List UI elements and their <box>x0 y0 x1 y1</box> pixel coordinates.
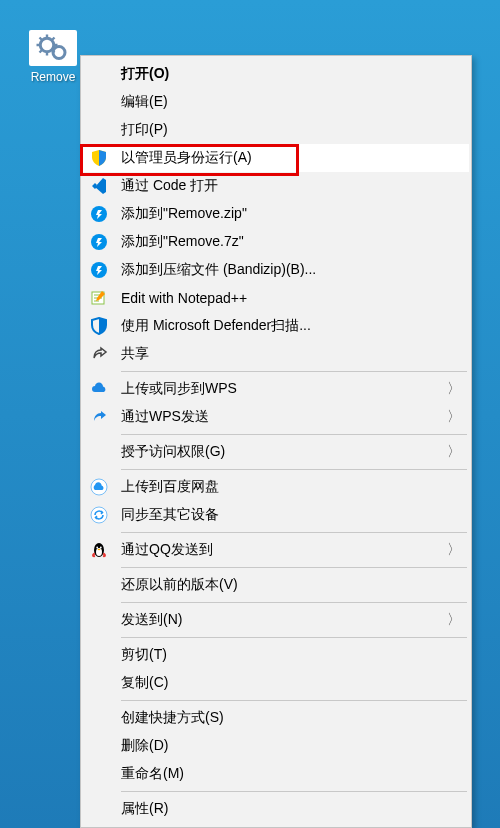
menu-wps-send[interactable]: 通过WPS发送 〉 <box>83 403 469 431</box>
svg-point-10 <box>96 547 98 549</box>
blank-icon <box>89 64 109 84</box>
separator <box>121 791 467 792</box>
blank-icon <box>89 645 109 665</box>
chevron-right-icon: 〉 <box>447 443 461 461</box>
separator <box>121 602 467 603</box>
chevron-right-icon: 〉 <box>447 611 461 629</box>
menu-wps-upload[interactable]: 上传或同步到WPS 〉 <box>83 375 469 403</box>
blank-icon <box>89 736 109 756</box>
menu-qq-send[interactable]: 通过QQ发送到 〉 <box>83 536 469 564</box>
blank-icon <box>89 610 109 630</box>
menu-edit-notepadpp[interactable]: Edit with Notepad++ <box>83 284 469 312</box>
menu-grant-access[interactable]: 授予访问权限(G) 〉 <box>83 438 469 466</box>
blank-icon <box>89 708 109 728</box>
baidu-cloud-icon <box>89 477 109 497</box>
menu-share[interactable]: 共享 <box>83 340 469 368</box>
vscode-icon <box>89 176 109 196</box>
gear-icon <box>29 30 77 66</box>
menu-restore-versions[interactable]: 还原以前的版本(V) <box>83 571 469 599</box>
desktop-file-icon[interactable]: Remove <box>25 30 81 84</box>
qq-penguin-icon <box>89 540 109 560</box>
menu-send-to[interactable]: 发送到(N) 〉 <box>83 606 469 634</box>
separator <box>121 434 467 435</box>
menu-open-with-code[interactable]: 通过 Code 打开 <box>83 172 469 200</box>
separator <box>121 567 467 568</box>
separator <box>121 637 467 638</box>
menu-create-shortcut[interactable]: 创建快捷方式(S) <box>83 704 469 732</box>
share-icon <box>89 344 109 364</box>
menu-add-to-zip[interactable]: 添加到"Remove.zip" <box>83 200 469 228</box>
menu-rename[interactable]: 重命名(M) <box>83 760 469 788</box>
svg-point-7 <box>91 507 107 523</box>
bandizip-icon <box>89 260 109 280</box>
wps-cloud-icon <box>89 379 109 399</box>
menu-properties[interactable]: 属性(R) <box>83 795 469 823</box>
menu-sync-devices[interactable]: 同步至其它设备 <box>83 501 469 529</box>
separator <box>121 469 467 470</box>
bandizip-icon <box>89 204 109 224</box>
menu-open[interactable]: 打开(O) <box>83 60 469 88</box>
context-menu: 打开(O) 编辑(E) 打印(P) 以管理员身份运行(A) 通过 Code 打开… <box>80 55 472 828</box>
bandizip-icon <box>89 232 109 252</box>
svg-point-12 <box>98 549 101 550</box>
blank-icon <box>89 92 109 112</box>
chevron-right-icon: 〉 <box>447 408 461 426</box>
menu-add-to-7z[interactable]: 添加到"Remove.7z" <box>83 228 469 256</box>
blank-icon <box>89 120 109 140</box>
menu-print[interactable]: 打印(P) <box>83 116 469 144</box>
menu-edit[interactable]: 编辑(E) <box>83 88 469 116</box>
svg-point-11 <box>100 547 102 549</box>
separator <box>121 700 467 701</box>
chevron-right-icon: 〉 <box>447 541 461 559</box>
chevron-right-icon: 〉 <box>447 380 461 398</box>
notepadpp-icon <box>89 288 109 308</box>
blank-icon <box>89 673 109 693</box>
blank-icon <box>89 799 109 819</box>
desktop-file-label: Remove <box>25 70 81 84</box>
menu-baidu-upload[interactable]: 上传到百度网盘 <box>83 473 469 501</box>
menu-defender-scan[interactable]: 使用 Microsoft Defender扫描... <box>83 312 469 340</box>
blank-icon <box>89 764 109 784</box>
menu-cut[interactable]: 剪切(T) <box>83 641 469 669</box>
shield-uac-icon <box>89 148 109 168</box>
separator <box>121 371 467 372</box>
file-icon-image <box>29 30 77 66</box>
svg-point-1 <box>53 47 65 59</box>
separator <box>121 532 467 533</box>
menu-add-to-archive[interactable]: 添加到压缩文件 (Bandizip)(B)... <box>83 256 469 284</box>
blank-icon <box>89 575 109 595</box>
menu-run-as-admin[interactable]: 以管理员身份运行(A) <box>83 144 469 172</box>
defender-icon <box>89 316 109 336</box>
menu-delete[interactable]: 删除(D) <box>83 732 469 760</box>
wps-send-icon <box>89 407 109 427</box>
menu-copy[interactable]: 复制(C) <box>83 669 469 697</box>
baidu-sync-icon <box>89 505 109 525</box>
blank-icon <box>89 442 109 462</box>
